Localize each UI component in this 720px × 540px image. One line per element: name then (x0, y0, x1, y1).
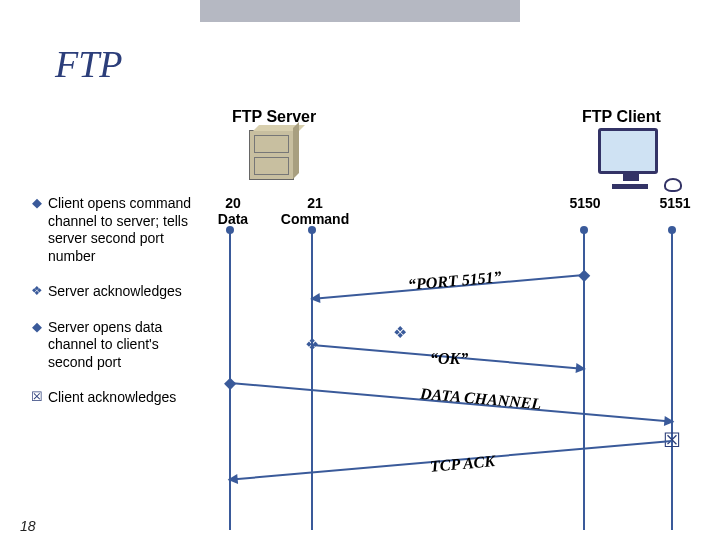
port-21-label: 21 Command (275, 195, 355, 227)
client-header: FTP Client (582, 108, 661, 126)
port-5150-label: 5150 (560, 195, 610, 211)
port-5151-label: 5151 (650, 195, 700, 211)
page-title: FTP (55, 42, 123, 86)
port-20-label: 20 Data (208, 195, 258, 227)
bullet-1-text: Client opens command channel to server; … (48, 195, 203, 265)
diamond-icon: ◆ (30, 319, 44, 335)
port-20-num: 20 (208, 195, 258, 211)
diamond-icon: ◆ (30, 195, 44, 211)
bullet-2: ❖ Server acknowledges (30, 283, 205, 301)
bullet-1: ◆ Client opens command channel to server… (30, 195, 205, 265)
dot (580, 226, 588, 234)
bullet-3-text: Server opens data channel to client's se… (48, 319, 203, 372)
port-21-num: 21 (275, 195, 355, 211)
bullet-4-text: Client acknowledges (48, 389, 203, 407)
client-monitor-base (612, 184, 648, 189)
msg-ack: TCP ACK (429, 452, 495, 476)
msg-ok: “OK” (430, 350, 468, 368)
dot (226, 226, 234, 234)
header-bar (200, 0, 520, 22)
page-number: 18 (20, 518, 36, 534)
bullet-3: ◆ Server opens data channel to client's … (30, 319, 205, 372)
port-20-name: Data (208, 211, 258, 227)
client-mouse-icon (664, 178, 682, 192)
bullet-4: ☒ Client acknowledges (30, 389, 205, 407)
dot (668, 226, 676, 234)
msg-port: “PORT 5151” (407, 268, 502, 294)
port-21-name: Command (275, 211, 355, 227)
client-monitor-icon (598, 128, 658, 174)
bullet-2-text: Server acknowledges (48, 283, 203, 301)
lifeline-5151 (671, 230, 673, 530)
lifeline-21 (311, 230, 313, 530)
dot (308, 226, 316, 234)
xbox-icon: ☒ (30, 389, 44, 405)
server-header: FTP Server (232, 108, 316, 126)
diamond-open-marker-mid: ❖ (393, 323, 407, 342)
bullet-list: ◆ Client opens command channel to server… (30, 195, 205, 425)
server-icon (249, 130, 294, 180)
msg-data: DATA CHANNEL (419, 385, 541, 414)
diamond-open-icon: ❖ (30, 283, 44, 299)
